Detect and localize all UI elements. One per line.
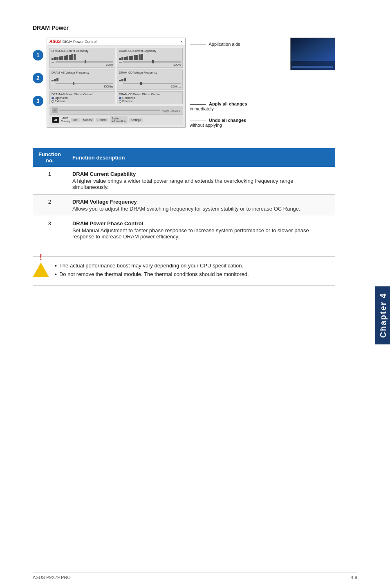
slider-thumb[interactable] (140, 82, 142, 85)
dram-ab-current-value: 100% (52, 63, 113, 66)
slider-track[interactable] (56, 61, 113, 63)
bar (126, 56, 128, 60)
dram-ab-freq-value: 350Khz (52, 85, 113, 88)
cd-radio-optimized[interactable]: Optimized (119, 97, 181, 99)
dram-ab-phase-radios: Optimized Extreme (52, 97, 113, 103)
dram-cd-freq-slider[interactable]: — (119, 82, 181, 85)
note-bullet-1: • The actual performance boost may vary … (55, 263, 249, 269)
minimize-btn[interactable]: — (175, 40, 179, 44)
fn-title-2: DRAM Voltage Frequency (72, 199, 329, 205)
nav-tool[interactable]: Tool (71, 118, 80, 122)
warning-icon: ! (33, 263, 49, 279)
slider-label: — (119, 82, 122, 85)
radio-circle-extreme[interactable] (52, 100, 54, 103)
bar (54, 79, 56, 81)
dram-cd-phase-cell: DRAM-CD Power Phase Control Optimized Ex… (117, 91, 183, 104)
bar (119, 58, 121, 60)
callout-line-3 (190, 121, 206, 121)
slider-track[interactable] (56, 83, 113, 84)
callout-undo-sub: without applying (190, 123, 222, 128)
cd-radio-extreme[interactable]: Extreme (119, 100, 181, 103)
close-btn[interactable]: × (181, 40, 183, 44)
badge-1: 1 (33, 50, 43, 61)
bar (54, 57, 56, 60)
auto-tuning-item[interactable]: AutoTuning (61, 117, 69, 123)
page-footer: ASUS P9X79 PRO 4-9 (33, 572, 357, 580)
cd-radio-circle-optimized[interactable] (119, 97, 121, 99)
discard-btn[interactable]: Discard (170, 109, 180, 112)
badge-2: 2 (33, 73, 43, 83)
table-row: 2 DRAM Voltage Frequency Allows you to a… (33, 195, 335, 216)
nav-system-info[interactable]: SystemInformation (110, 116, 128, 123)
nav-update[interactable]: Update (96, 118, 108, 122)
note-box: ! • The actual performance boost may var… (33, 256, 335, 286)
slider-thumb[interactable] (85, 60, 86, 63)
callout-label-application-aids: Application aids (208, 42, 240, 47)
bar (52, 58, 54, 60)
dram-cd-current-value: 100% (119, 63, 181, 66)
bar (121, 79, 123, 81)
dram-ab-freq-slider[interactable]: — (52, 82, 113, 85)
radio-label-extreme: Extreme (55, 100, 65, 103)
bar (124, 57, 126, 60)
cd-radio-circle-extreme[interactable] (119, 100, 121, 103)
preview-bar (292, 66, 333, 68)
callout-line-1 (190, 45, 206, 45)
bar (59, 56, 61, 60)
footer-left: ASUS P9X79 PRO (33, 575, 71, 580)
callout-label-undo: Undo all changeswithout applying (190, 118, 246, 128)
table-cell-num-3: 3 (33, 216, 67, 244)
nav-settings[interactable]: Settings (129, 118, 143, 122)
fn-desc-1: A higher value brings a wider total powe… (72, 178, 294, 190)
table-row: 1 DRAM Current Capability A higher value… (33, 167, 335, 195)
radio-optimized[interactable]: Optimized (52, 97, 113, 99)
asus-nav-logo: AI (52, 117, 59, 123)
progress-bar (59, 110, 160, 111)
bar (52, 80, 54, 81)
badges-column: 1 2 3 (33, 50, 43, 119)
radio-circle-optimized[interactable] (52, 97, 54, 99)
dram-cd-phase-radios: Optimized Extreme (119, 97, 181, 103)
bar (134, 55, 136, 60)
titlebar-buttons: — × (175, 40, 183, 44)
bar (74, 54, 76, 60)
slider-track[interactable] (123, 83, 181, 84)
badge-3: 3 (33, 96, 43, 106)
slider-label: — (52, 61, 54, 63)
dram-cd-current-label: DRAM-CD Current Capability (119, 49, 181, 52)
slider-thumb[interactable] (73, 82, 74, 85)
slider-thumb[interactable] (152, 60, 154, 63)
bar (136, 55, 138, 60)
slider-label: — (119, 61, 122, 63)
app-body: DRAM-AB Current Capability (47, 45, 185, 127)
dram-cd-freq-cell: DRAM-CD Voltage Frequency — 35 (117, 70, 183, 90)
nav-monitor[interactable]: Monitor (81, 118, 94, 122)
undo-icon[interactable]: ↩ (52, 108, 58, 113)
radio-extreme[interactable]: Extreme (52, 100, 113, 103)
bar (124, 78, 126, 81)
callout-application-aids: Application aids (190, 42, 240, 47)
table-cell-desc-2: DRAM Voltage Frequency Allows you to adj… (67, 195, 335, 216)
callout-apply-sub: immediately (190, 106, 214, 111)
dram-ab-current-slider[interactable]: — (52, 61, 113, 63)
dram-ab-phase-cell: DRAM-AB Power Phase Control Optimized Ex… (49, 91, 115, 104)
dram-ab-freq-bars (52, 75, 113, 81)
callout-apply: Apply all changesimmediately (190, 101, 247, 111)
dram-cd-current-slider[interactable]: — (119, 61, 181, 63)
bar (121, 57, 123, 60)
note-text-1: The actual performance boost may vary de… (59, 263, 243, 269)
app-titlebar: ASUS DIGI+ Power Control — × (47, 38, 185, 45)
callout-undo: Undo all changeswithout applying (190, 118, 246, 128)
section-title: DRAM Power (33, 25, 335, 31)
dram-cd-freq-value: 350Khz (119, 85, 181, 88)
slider-track[interactable] (123, 61, 181, 63)
apply-btn[interactable]: Apply (162, 109, 169, 112)
asus-logo: ASUS (49, 39, 61, 44)
callout-apply-strong: Apply all changes (209, 101, 247, 106)
dram-ab-freq-cell: DRAM-AB Voltage Frequency — 35 (49, 70, 115, 90)
bar (71, 54, 73, 60)
bar (129, 56, 131, 60)
bar (69, 55, 71, 60)
bar (56, 78, 58, 81)
radio-label-optimized: Optimized (55, 97, 68, 99)
